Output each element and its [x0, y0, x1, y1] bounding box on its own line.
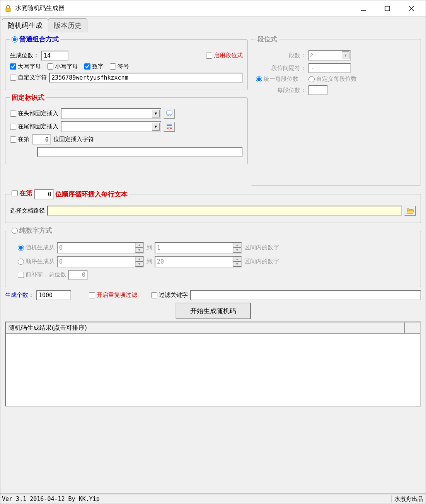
keyword-filter-checkbox[interactable]: 过滤关键字	[151, 291, 188, 299]
app-window: 水煮随机码生成器 随机码生成 版本历史 普通组合方式	[0, 0, 426, 504]
results-column-spacer	[405, 322, 420, 334]
radio-combo-mode[interactable]: 普通组合方式	[12, 35, 59, 44]
generate-button[interactable]: 开始生成随机码	[176, 303, 251, 319]
svg-rect-10	[169, 128, 170, 129]
radio-numeric-mode[interactable]: 纯数字方式	[12, 226, 52, 235]
tab-generate[interactable]: 随机码生成	[2, 18, 48, 32]
custom-chars-checkbox[interactable]: 自定义字符	[10, 74, 47, 81]
enable-segment-checkbox[interactable]: 启用段位式	[206, 52, 243, 59]
group-segment: 段位式 段数： 2▼ 段位间隔符： 统一每段位数 自定义每段位数 每段位数：	[251, 35, 421, 186]
pos-insert-text[interactable]	[37, 147, 243, 157]
path-label: 选择文档路径	[10, 207, 45, 215]
symbols-checkbox[interactable]: 符号	[110, 63, 129, 70]
status-version: Ver 3.1 2016-04-12 By KK.Yip	[0, 495, 392, 502]
minimize-button[interactable]	[357, 3, 370, 14]
tail-insert-combo[interactable]: ▼	[61, 121, 161, 132]
seq-range-radio[interactable]: 顺序生成从	[18, 258, 55, 265]
tail-insert-checkbox[interactable]: 在尾部固定插入	[10, 123, 58, 130]
window-title: 水煮随机码生成器	[15, 4, 357, 12]
svg-rect-5	[167, 111, 172, 115]
uppercase-checkbox[interactable]: 大写字母	[10, 63, 41, 70]
digits-input[interactable]	[41, 51, 68, 61]
head-insert-checkbox[interactable]: 在头部固定插入	[10, 110, 58, 117]
tab-content: 普通组合方式 生成位数： 启用段位式 大写字母 小写	[0, 32, 426, 409]
tab-history[interactable]: 版本历史	[48, 18, 87, 32]
gen-count-label: 生成个数：	[5, 291, 34, 299]
seq-to-spin[interactable]: ▲▼	[155, 256, 242, 267]
svg-point-6	[167, 115, 169, 116]
pos-insert-checkbox[interactable]: 在第	[10, 136, 29, 143]
group-numeric: 纯数字方式 随机生成从 ▲▼ 到 ▲▼ 区间内的数字 顺序生成从 ▲▼ 到 ▲▼…	[5, 226, 421, 287]
tail-remove-icon[interactable]	[164, 122, 175, 132]
pad-zero-checkbox[interactable]: 前补零，总位数	[18, 271, 66, 278]
group-fixed: 固定标识式 在头部固定插入 ▼ 在尾部固定插入 ▼	[5, 93, 248, 164]
random-range-radio[interactable]: 随机生成从	[18, 244, 55, 251]
window-buttons	[357, 3, 418, 14]
lowercase-checkbox[interactable]: 小写字母	[47, 63, 78, 70]
status-brand: 水煮舟出品	[392, 495, 426, 503]
segment-count-combo[interactable]: 2▼	[308, 50, 351, 61]
custom-seg-radio[interactable]: 自定义每段位数	[308, 75, 357, 83]
dup-filter-checkbox[interactable]: 开启重复项过滤	[89, 291, 137, 299]
svg-rect-0	[6, 8, 10, 12]
per-seg-input[interactable]	[308, 85, 328, 95]
segment-count-label: 段数：	[256, 52, 306, 59]
path-input[interactable]	[47, 206, 402, 216]
digits-label: 生成位数：	[10, 52, 39, 59]
close-button[interactable]	[405, 3, 418, 14]
results-header: 随机码生成结果(点击可排序)	[6, 322, 420, 334]
numbers-checkbox[interactable]: 数字	[84, 63, 104, 70]
pos-insert-suffix: 位固定插入字符	[53, 136, 94, 143]
statusbar: Ver 3.1 2016-04-12 By KK.Yip 水煮舟出品	[0, 494, 426, 504]
random-from-spin[interactable]: ▲▼	[57, 242, 144, 254]
radio-combo-input[interactable]	[12, 36, 18, 43]
lock-icon	[4, 5, 12, 12]
group-combo: 普通组合方式 生成位数： 启用段位式 大写字母 小写	[5, 35, 248, 90]
results-grid[interactable]: 随机码生成结果(点击可排序)	[5, 322, 421, 407]
tabs: 随机码生成 版本历史	[0, 17, 426, 32]
svg-rect-8	[167, 124, 172, 126]
per-seg-label: 每段位数：	[256, 87, 306, 94]
keyword-filter-input[interactable]	[190, 290, 421, 300]
head-insert-combo[interactable]: ▼	[61, 108, 161, 119]
loop-insert-checkbox[interactable]: 在第	[12, 189, 32, 198]
pos-insert-num[interactable]	[32, 135, 51, 145]
random-to-spin[interactable]: ▲▼	[155, 242, 242, 254]
loop-pos-input[interactable]	[34, 189, 54, 199]
svg-point-7	[170, 115, 171, 116]
generate-row: 生成个数： 开启重复项过滤 过滤关键字	[5, 290, 421, 300]
maximize-button[interactable]	[381, 3, 394, 14]
gen-count-input[interactable]	[36, 290, 71, 300]
head-note-icon[interactable]	[164, 109, 175, 119]
segment-sep-label: 段位间隔符：	[256, 65, 306, 72]
segment-sep-input[interactable]	[308, 63, 351, 73]
svg-rect-2	[385, 6, 390, 11]
seq-from-spin[interactable]: ▲▼	[57, 256, 144, 267]
uniform-radio[interactable]: 统一每段位数	[256, 75, 298, 83]
titlebar: 水煮随机码生成器	[0, 0, 426, 17]
results-column-header[interactable]: 随机码生成结果(点击可排序)	[6, 322, 405, 334]
folder-open-icon[interactable]	[404, 206, 416, 216]
custom-chars-input[interactable]	[49, 73, 243, 83]
group-loop-insert: 在第 位顺序循环插入每行文本 选择文档路径	[5, 189, 421, 223]
pad-total-input[interactable]	[68, 270, 88, 280]
